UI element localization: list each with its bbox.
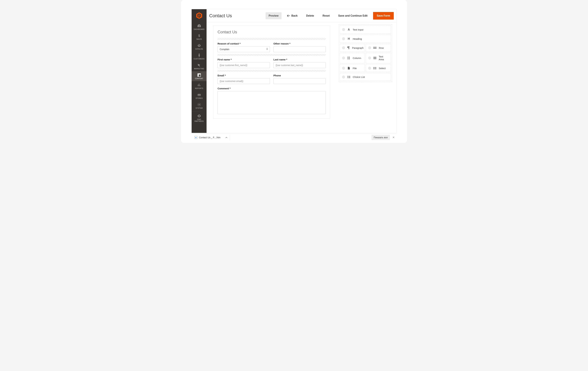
widget-file[interactable]: File [340, 64, 365, 72]
svg-rect-21 [200, 105, 200, 106]
sidebar-icon [198, 83, 201, 87]
svg-rect-23 [198, 105, 198, 106]
plus-circle-icon [368, 46, 371, 49]
main: Contact Us Reason of contact * Complain [207, 22, 396, 133]
svg-text:A: A [348, 28, 350, 31]
svg-rect-12 [199, 95, 199, 96]
svg-rect-5 [198, 74, 201, 74]
sidebar-item-reports[interactable]: REPORTS [192, 81, 207, 91]
sidebar-item-label: DASHBOARD [194, 28, 204, 30]
magento-logo[interactable] [192, 9, 207, 22]
plus-circle-icon [342, 76, 345, 78]
widget-text-input[interactable]: AText Input [340, 25, 391, 34]
svg-rect-11 [198, 95, 198, 96]
sidebar-item-label: CUSTOMERS [194, 58, 204, 60]
phone-input[interactable] [273, 78, 326, 84]
widget-type-icon [373, 47, 377, 49]
sidebar-item-sales[interactable]: $SALES [192, 32, 207, 42]
widget-choice-list[interactable]: Choice List [340, 73, 391, 81]
comment-textarea[interactable] [218, 91, 326, 114]
sidebar-item-system[interactable]: SYSTEM [192, 101, 207, 111]
divider-hatch [218, 54, 326, 56]
other-reason-input[interactable] [273, 46, 326, 52]
form-title: Contact Us [218, 30, 326, 34]
widget-type-icon [347, 56, 350, 59]
delete-button[interactable]: Delete [303, 12, 317, 19]
download-item[interactable]: ◉ Contact Us _ F....htm [193, 135, 230, 140]
save-continue-button[interactable]: Save and Continue Edit [335, 12, 371, 19]
sidebar-icon [198, 73, 201, 77]
widget-label: Row [379, 46, 384, 49]
sidebar-icon [197, 24, 201, 28]
svg-rect-26 [373, 47, 377, 47]
svg-rect-6 [198, 74, 199, 76]
widget-label: Paragraph [352, 46, 364, 49]
sidebar-item-label: CONTENT [195, 78, 203, 79]
sidebar-item-customers[interactable]: CUSTOMERS [192, 52, 207, 61]
topbar: Contact Us Preview Back Delete Reset Sav… [207, 9, 396, 22]
email-input[interactable] [218, 78, 270, 84]
sidebar-item-label: REPORTS [195, 87, 203, 89]
reset-button[interactable]: Reset [320, 12, 333, 19]
widget-type-icon [347, 67, 350, 70]
form-row-contact: Email * Phone [218, 74, 326, 84]
widget-type-icon: A [347, 28, 350, 31]
sidebar-item-find-partners[interactable]: FIND PARTNERS [192, 112, 207, 124]
widget-label: Column [353, 57, 361, 59]
save-form-button[interactable]: Save Form [373, 12, 394, 20]
svg-rect-44 [347, 76, 348, 76]
svg-rect-8 [199, 84, 199, 86]
svg-point-3 [199, 54, 200, 55]
svg-text:$: $ [198, 34, 200, 37]
widget-type-icon: H [347, 37, 350, 40]
widget-label: File [353, 67, 357, 70]
file-type-icon: ◉ [194, 136, 197, 139]
last-name-label: Last name * [273, 58, 326, 61]
svg-rect-32 [349, 58, 350, 58]
sidebar-item-catalog[interactable]: CATALOG [192, 42, 207, 52]
viewport: DASHBOARD$SALESCATALOGCUSTOMERSMARKETING… [181, 0, 407, 143]
svg-rect-41 [374, 68, 376, 68]
svg-rect-36 [373, 58, 376, 58]
widget-row[interactable]: Row [366, 44, 391, 52]
last-name-input[interactable] [273, 62, 326, 68]
sidebar-item-content[interactable]: CONTENT [192, 71, 207, 81]
svg-rect-29 [348, 58, 348, 58]
sidebar-item-dashboard[interactable]: DASHBOARD [192, 22, 207, 32]
widget-type-icon [347, 76, 350, 78]
download-file-name: Contact Us _ F....htm [199, 136, 220, 139]
widget-column[interactable]: Column [340, 53, 365, 63]
sidebar-icon [198, 102, 201, 107]
plus-circle-icon [342, 46, 345, 49]
widget-paragraph[interactable]: Paragraph [340, 44, 365, 52]
svg-text:H: H [348, 37, 350, 40]
reason-select[interactable]: Complain [218, 46, 270, 52]
sidebar-item-stores[interactable]: STORES [192, 91, 207, 101]
svg-rect-16 [199, 103, 199, 104]
chevron-up-icon[interactable] [225, 136, 227, 139]
widget-type-icon [373, 67, 377, 69]
sidebar: DASHBOARD$SALESCATALOGCUSTOMERSMARKETING… [192, 9, 207, 133]
show-all-downloads-button[interactable]: Показать все [372, 135, 390, 140]
downloads-bar: ◉ Contact Us _ F....htm Показать все ✕ [191, 134, 397, 141]
plus-circle-icon [368, 57, 371, 59]
comment-label: Comment * [218, 87, 326, 90]
svg-rect-45 [348, 76, 350, 76]
svg-rect-22 [200, 103, 200, 104]
topbar-actions: Preview Back Delete Reset Save and Conti… [266, 12, 394, 20]
svg-point-42 [373, 69, 374, 69]
widget-text-area[interactable]: Text Area [366, 53, 391, 63]
preview-button[interactable]: Preview [266, 12, 281, 19]
sidebar-item-marketing[interactable]: MARKETING [192, 61, 207, 71]
first-name-input[interactable] [218, 62, 270, 68]
back-button[interactable]: Back [284, 12, 301, 19]
svg-point-15 [199, 104, 200, 105]
svg-rect-9 [200, 85, 200, 86]
svg-rect-18 [198, 104, 198, 105]
svg-rect-43 [374, 69, 376, 69]
sidebar-icon: $ [198, 33, 201, 38]
close-icon[interactable]: ✕ [392, 136, 395, 139]
sidebar-icon [198, 43, 201, 48]
widget-select[interactable]: Select [366, 64, 391, 72]
widget-heading[interactable]: HHeading [340, 35, 391, 43]
